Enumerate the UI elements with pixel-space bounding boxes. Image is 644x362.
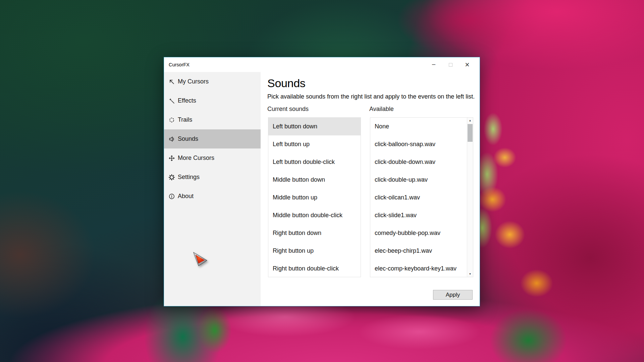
scrollbar[interactable]: ▲ ▼ — [467, 118, 473, 277]
minimize-icon: – — [432, 61, 435, 67]
available-sound-item[interactable]: None — [370, 118, 467, 135]
sidebar-item-trails[interactable]: Trails — [164, 110, 261, 129]
scrollbar-thumb[interactable] — [468, 124, 473, 142]
apply-button[interactable]: Apply — [433, 290, 473, 300]
move-plus-icon — [168, 155, 175, 162]
current-sounds-list: Left button downLeft button upLeft butto… — [268, 117, 361, 277]
maximize-icon — [449, 63, 452, 67]
magic-wand-icon — [168, 98, 175, 104]
scroll-down-button[interactable]: ▼ — [467, 271, 473, 277]
available-sounds-list: Noneclick-balloon-snap.wavclick-double-d… — [370, 117, 473, 277]
event-sound-item[interactable]: Right button up — [268, 242, 361, 260]
trail-icon — [168, 117, 175, 123]
sidebar-item-effects[interactable]: Effects — [164, 91, 261, 110]
event-sound-item[interactable]: Right button down — [268, 224, 361, 242]
close-icon: × — [465, 61, 469, 69]
info-icon — [168, 193, 175, 200]
event-sound-item[interactable]: Middle button down — [268, 171, 361, 189]
available-sound-item[interactable]: click-balloon-snap.wav — [370, 135, 467, 153]
speaker-icon — [168, 136, 175, 142]
sidebar-item-my-cursors[interactable]: My Cursors — [164, 72, 261, 91]
sidebar-item-label: My Cursors — [178, 78, 209, 85]
maximize-button[interactable] — [442, 57, 459, 72]
page-description: Pick available sounds from the right lis… — [267, 93, 475, 100]
sidebar-item-more-cursors[interactable]: More Cursors — [164, 148, 261, 168]
window-title: CursorFX — [169, 57, 190, 72]
close-button[interactable]: × — [459, 57, 476, 72]
event-sound-item[interactable]: Middle button up — [268, 189, 361, 206]
sidebar-item-settings[interactable]: Settings — [164, 168, 261, 187]
sidebar: My CursorsEffectsTrailsSoundsMore Cursor… — [164, 72, 261, 306]
titlebar[interactable]: CursorFX – × — [164, 57, 480, 72]
gear-icon — [168, 174, 175, 181]
available-sound-item[interactable]: click-oilcan1.wav — [370, 189, 467, 206]
event-sound-item[interactable]: Left button double-click — [268, 153, 361, 171]
available-sound-item[interactable]: comedy-bubble-pop.wav — [370, 224, 467, 242]
scroll-up-icon: ▲ — [469, 119, 472, 122]
sidebar-item-about[interactable]: About — [164, 187, 261, 206]
scroll-down-icon: ▼ — [469, 273, 472, 276]
event-sound-item[interactable]: Left button down — [268, 118, 361, 135]
available-sound-item[interactable]: click-slide1.wav — [370, 206, 467, 224]
available-sound-item[interactable]: click-double-up.wav — [370, 171, 467, 189]
cursorfx-window: CursorFX – × My CursorsEffectsTrailsSoun… — [164, 57, 480, 306]
current-sounds-label: Current sounds — [267, 106, 309, 113]
available-sound-item[interactable]: elec-comp-keyboard-key1.wav — [370, 260, 467, 277]
available-label: Available — [369, 106, 394, 113]
sidebar-item-label: Settings — [178, 174, 200, 181]
desktop: CursorFX – × My CursorsEffectsTrailsSoun… — [0, 0, 644, 362]
page-title: Sounds — [267, 77, 306, 90]
sidebar-item-label: More Cursors — [178, 155, 214, 162]
window-controls: – × — [425, 57, 476, 72]
sidebar-item-label: About — [178, 193, 194, 200]
sidebar-items: My CursorsEffectsTrailsSoundsMore Cursor… — [164, 72, 261, 206]
available-sound-item[interactable]: click-double-down.wav — [370, 153, 467, 171]
sidebar-item-sounds[interactable]: Sounds — [164, 129, 261, 148]
sidebar-item-label: Trails — [178, 116, 192, 123]
sounds-page: Sounds Pick available sounds from the ri… — [261, 72, 480, 306]
event-sound-item[interactable]: Left button up — [268, 135, 361, 153]
minimize-button[interactable]: – — [425, 57, 442, 72]
available-sound-item[interactable]: elec-beep-chirp1.wav — [370, 242, 467, 260]
sidebar-item-label: Effects — [178, 97, 196, 104]
scroll-up-button[interactable]: ▲ — [467, 118, 473, 123]
event-sound-item[interactable]: Right button double-click — [268, 260, 361, 278]
cursor-arrow-icon — [168, 78, 175, 85]
event-sound-item[interactable]: Middle button double-click — [268, 206, 361, 224]
sidebar-item-label: Sounds — [178, 135, 198, 142]
red-cursor-pointer — [192, 251, 209, 267]
